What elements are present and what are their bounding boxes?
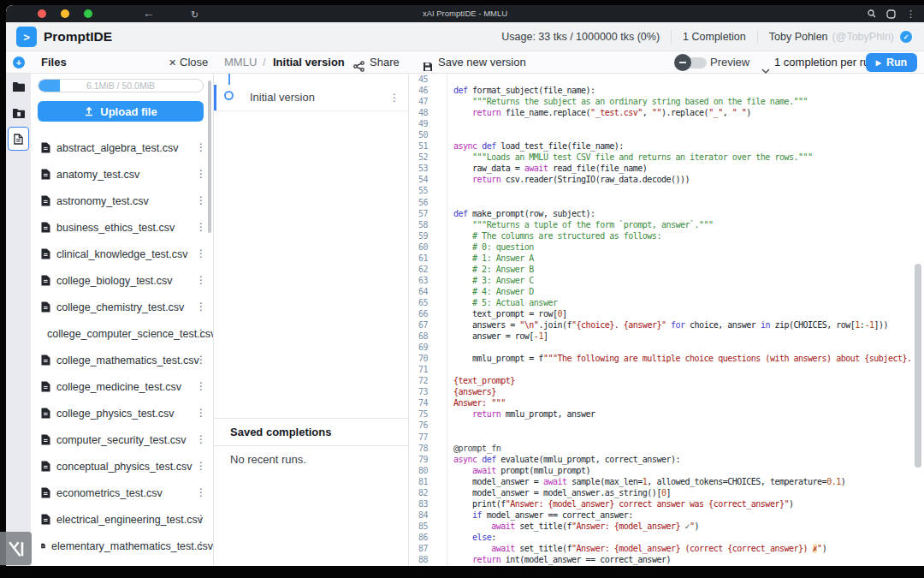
line-number: 64	[409, 287, 440, 296]
save-new-version-button[interactable]: Save new version	[438, 51, 526, 74]
file-name: college_biology_test.csv	[56, 275, 173, 287]
file-name: college_computer_science_test.csv	[47, 328, 213, 340]
file-menu-icon[interactable]: ⋮	[196, 161, 206, 188]
file-name: college_mathematics_test.csv	[56, 355, 199, 366]
file-item[interactable]: econometrics_test.csv⋮	[31, 480, 213, 506]
close-icon[interactable]: ✕	[169, 51, 176, 74]
line-number: 69	[409, 343, 440, 352]
line-number: 83	[409, 499, 440, 509]
code-line: 83 print(f"Answer: {model_answer} correc…	[409, 498, 924, 509]
version-menu-icon[interactable]: ⋮	[389, 85, 400, 110]
code-line: 75 return mmlu_prompt, answer	[409, 408, 924, 420]
user-name[interactable]: Toby Pohlen	[769, 31, 828, 43]
app-header: > PromptIDE Usage: 33 tks / 1000000 tks …	[6, 22, 924, 51]
file-menu-icon[interactable]: ⋮	[196, 400, 206, 426]
file-icon	[41, 142, 50, 153]
version-item[interactable]: Initial version ⋮	[214, 85, 408, 111]
toolbar: + Files ✕ Close MMLU / Initial version S…	[6, 51, 924, 74]
file-icon	[41, 540, 45, 551]
file-item[interactable]: college_computer_science_test.csv⋮	[31, 320, 213, 347]
search-icon[interactable]	[868, 9, 876, 18]
completions-per-run-selector[interactable]: 1 completion per run	[774, 51, 876, 74]
file-menu-icon[interactable]: ⋮	[196, 426, 206, 453]
share-button[interactable]: Share	[370, 51, 400, 74]
file-menu-icon[interactable]: ⋮	[196, 453, 206, 480]
file-menu-icon[interactable]: ⋮	[196, 294, 206, 320]
file-item[interactable]: college_chemistry_test.csv⋮	[31, 294, 213, 320]
chevron-down-icon[interactable]	[761, 60, 770, 65]
sidebar-rail	[6, 74, 31, 566]
add-file-icon[interactable]: +	[13, 57, 25, 69]
browser-chrome: ← ↻ xAI PromptIDE - MMLU ⋮	[6, 5, 924, 22]
extensions-icon[interactable]	[886, 9, 896, 19]
file-menu-icon[interactable]: ⋮	[196, 267, 206, 294]
files-tab-selected[interactable]	[8, 127, 29, 151]
run-button[interactable]: ▶ Run	[866, 53, 917, 72]
usage-status: Usage: 33 tks / 1000000 tks (0%)	[501, 31, 660, 43]
code-line: 50	[409, 129, 924, 140]
code-editor[interactable]: 4546def format_subject(file_name):47 """…	[409, 74, 924, 566]
file-item[interactable]: anatomy_test.csv⋮	[31, 161, 213, 188]
close-files-button[interactable]: Close	[180, 51, 208, 74]
file-name: elementary_mathematics_test.csv	[51, 540, 213, 552]
preview-toggle-knob[interactable]	[674, 54, 691, 71]
file-menu-icon[interactable]: ⋮	[196, 241, 206, 267]
file-icon	[41, 355, 50, 366]
line-number: 71	[409, 365, 440, 374]
line-number: 49	[409, 119, 440, 128]
line-number: 72	[409, 376, 440, 385]
file-item[interactable]: college_medicine_test.csv⋮	[31, 373, 213, 400]
line-number: 46	[409, 86, 440, 95]
file-menu-icon[interactable]: ⋮	[196, 347, 206, 373]
file-menu-icon[interactable]: ⋮	[196, 559, 206, 566]
file-menu-icon[interactable]: ⋮	[196, 214, 206, 241]
file-menu-icon[interactable]: ⋮	[196, 506, 206, 533]
code-line: 46def format_subject(file_name):	[409, 85, 924, 96]
version-node-icon	[224, 91, 234, 100]
file-icon	[41, 248, 50, 259]
folder-file-icon[interactable]	[6, 108, 31, 119]
upload-file-button[interactable]: Upload file	[38, 101, 204, 122]
file-icon	[41, 514, 50, 525]
files-panel: 6.1MiB / 50.0MiB Upload file abstract_al…	[31, 74, 214, 566]
file-menu-icon[interactable]: ⋮	[196, 373, 206, 400]
folder-icon[interactable]	[6, 81, 31, 92]
breadcrumb-separator: /	[263, 51, 266, 74]
line-number: 87	[409, 544, 440, 553]
file-item[interactable]: computer_security_test.csv⋮	[31, 426, 213, 453]
file-item[interactable]: conceptual_physics_test.csv⋮	[31, 453, 213, 480]
browser-menu-icon[interactable]: ⋮	[906, 9, 915, 19]
save-icon[interactable]	[423, 57, 433, 69]
code-line: 72{text_prompt}	[409, 375, 924, 386]
promptide-logo[interactable]: >	[16, 27, 37, 47]
app-title: PromptIDE	[44, 22, 112, 51]
code-line: 45	[409, 74, 924, 85]
code-line: 73{answers}	[409, 386, 924, 397]
file-item[interactable]: abstract_algebra_test.csv⋮	[31, 134, 213, 161]
breadcrumb-root[interactable]: MMLU	[224, 51, 257, 74]
line-number: 61	[409, 253, 440, 263]
file-menu-icon[interactable]: ⋮	[196, 480, 206, 506]
file-item[interactable]: electrical_engineering_test.csv⋮	[31, 506, 213, 533]
file-item[interactable]: elementary_mathematics_test.csv⋮	[31, 533, 213, 559]
editor-scrollbar[interactable]	[915, 264, 921, 468]
line-number: 75	[409, 409, 440, 419]
share-icon[interactable]	[353, 57, 364, 69]
file-item[interactable]: college_physics_test.csv⋮	[31, 400, 213, 426]
line-number: 53	[409, 164, 440, 173]
file-menu-icon[interactable]: ⋮	[196, 320, 206, 347]
line-number: 74	[409, 398, 440, 408]
file-menu-icon[interactable]: ⋮	[196, 533, 206, 559]
code-line: 49	[409, 118, 924, 129]
file-menu-icon[interactable]: ⋮	[196, 134, 206, 161]
quota-text: 6.1MiB / 50.0MiB	[38, 80, 203, 92]
file-item[interactable]: business_ethics_test.csv⋮	[31, 214, 213, 241]
file-item[interactable]: astronomy_test.csv⋮	[31, 188, 213, 214]
files-scrollbar[interactable]	[208, 80, 211, 233]
file-item[interactable]: college_mathematics_test.csv⋮	[31, 347, 213, 373]
file-name: conceptual_physics_test.csv	[56, 461, 192, 473]
file-item[interactable]: formal_logic_test.csv⋮	[31, 559, 213, 566]
file-item[interactable]: college_biology_test.csv⋮	[31, 267, 213, 294]
file-item[interactable]: clinical_knowledge_test.csv⋮	[31, 241, 213, 267]
file-menu-icon[interactable]: ⋮	[196, 188, 206, 214]
